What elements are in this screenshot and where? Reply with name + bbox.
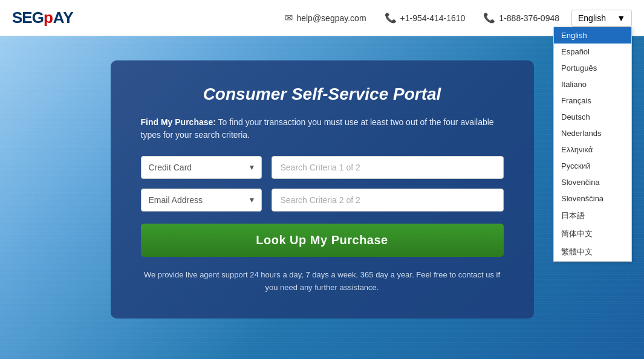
logo-ay: AY [53, 8, 74, 27]
email-icon: ✉ [285, 12, 293, 24]
main-content: Consumer Self-Service Portal Find My Pur… [0, 36, 644, 319]
language-option-en[interactable]: English [554, 27, 631, 44]
criteria2-select[interactable]: Email AddressCredit CardUsernameTransact… [141, 189, 262, 212]
description-bold: Find My Purchase: [141, 117, 216, 127]
portal-title: Consumer Self-Service Portal [141, 85, 504, 104]
phone1-number: +1-954-414-1610 [400, 13, 466, 23]
phone2-icon: 📞 [483, 12, 495, 24]
email-contact: ✉ help@segpay.com [285, 12, 366, 24]
criteria2-input[interactable] [272, 189, 504, 212]
language-selected-label: English [578, 13, 606, 23]
logo: SEGpAY [12, 8, 74, 27]
email-address: help@segpay.com [296, 13, 366, 23]
language-option-pt[interactable]: Português [554, 60, 631, 76]
lookup-button[interactable]: Look Up My Purchase [141, 224, 504, 257]
phone1-contact: 📞 +1-954-414-1610 [385, 12, 466, 24]
phone2-contact: 📞 1-888-376-0948 [483, 12, 559, 24]
header: SEGpAY ✉ help@segpay.com 📞 +1-954-414-16… [0, 0, 644, 36]
language-option-zh-t[interactable]: 繁體中文 [554, 243, 631, 261]
language-option-sk[interactable]: Slovenščina [554, 190, 631, 207]
logo-seg: SEG [12, 8, 44, 27]
phone2-number: 1-888-376-0948 [499, 13, 559, 23]
criteria1-select-wrap: Credit CardEmail AddressUsernameTransact… [141, 156, 262, 179]
portal-footer: We provide live agent support 24 hours a… [141, 269, 504, 294]
criteria1-input[interactable] [272, 156, 504, 179]
portal-card: Consumer Self-Service Portal Find My Pur… [111, 60, 534, 319]
language-option-de[interactable]: Deutsch [554, 109, 631, 125]
language-display[interactable]: English ▼ [571, 10, 632, 27]
chevron-down-icon: ▼ [617, 13, 625, 23]
logo-p: p [44, 8, 53, 27]
criteria1-select[interactable]: Credit CardEmail AddressUsernameTransact… [141, 156, 262, 179]
criteria2-select-wrap: Email AddressCredit CardUsernameTransact… [141, 189, 262, 212]
language-dropdown[interactable]: EnglishEspañolPortuguêsItalianoFrançaisD… [553, 27, 632, 262]
language-option-nl[interactable]: Nederlands [554, 125, 631, 141]
language-option-es[interactable]: Español [554, 44, 631, 60]
language-selector[interactable]: English ▼ EnglishEspañolPortuguêsItalian… [571, 10, 632, 27]
language-option-fr[interactable]: Français [554, 92, 631, 109]
language-option-el[interactable]: Ελληνικά [554, 141, 631, 158]
language-option-ru[interactable]: Русский [554, 158, 631, 174]
form-row-2: Email AddressCredit CardUsernameTransact… [141, 189, 504, 212]
language-option-it[interactable]: Italiano [554, 76, 631, 92]
language-option-ja[interactable]: 日本語 [554, 207, 631, 225]
language-option-zh-s[interactable]: 简体中文 [554, 225, 631, 243]
header-contacts: ✉ help@segpay.com 📞 +1-954-414-1610 📞 1-… [285, 12, 559, 24]
form-row-1: Credit CardEmail AddressUsernameTransact… [141, 156, 504, 179]
language-option-sl[interactable]: Slovenčina [554, 174, 631, 190]
portal-description: Find My Purchase: To find your transacti… [141, 116, 504, 141]
phone1-icon: 📞 [385, 12, 397, 24]
